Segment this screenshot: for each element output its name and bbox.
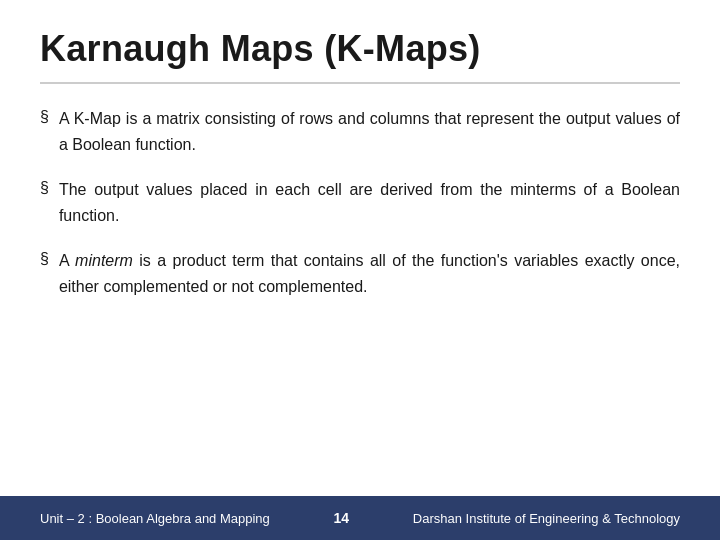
bullet-symbol-2: § <box>40 179 49 197</box>
slide-container: Karnaugh Maps (K-Maps) § A K-Map is a ma… <box>0 0 720 540</box>
bullet-item-3: § A minterm is a product term that conta… <box>40 248 680 299</box>
bullet-symbol-3: § <box>40 250 49 268</box>
bullet-text-2: The output values placed in each cell ar… <box>59 177 680 228</box>
bullet-item-1: § A K-Map is a matrix consisting of rows… <box>40 106 680 157</box>
bullet-symbol-1: § <box>40 108 49 126</box>
footer: Unit – 2 : Boolean Algebra and Mapping 1… <box>0 496 720 540</box>
bullet-text-3: A minterm is a product term that contain… <box>59 248 680 299</box>
slide-title: Karnaugh Maps (K-Maps) <box>40 28 680 84</box>
bullet-text-1: A K-Map is a matrix consisting of rows a… <box>59 106 680 157</box>
footer-right: Darshan Institute of Engineering & Techn… <box>413 511 680 526</box>
footer-left: Unit – 2 : Boolean Algebra and Mapping <box>40 511 270 526</box>
footer-page-number: 14 <box>334 510 350 526</box>
bullet-item-2: § The output values placed in each cell … <box>40 177 680 228</box>
main-content: Karnaugh Maps (K-Maps) § A K-Map is a ma… <box>0 0 720 496</box>
